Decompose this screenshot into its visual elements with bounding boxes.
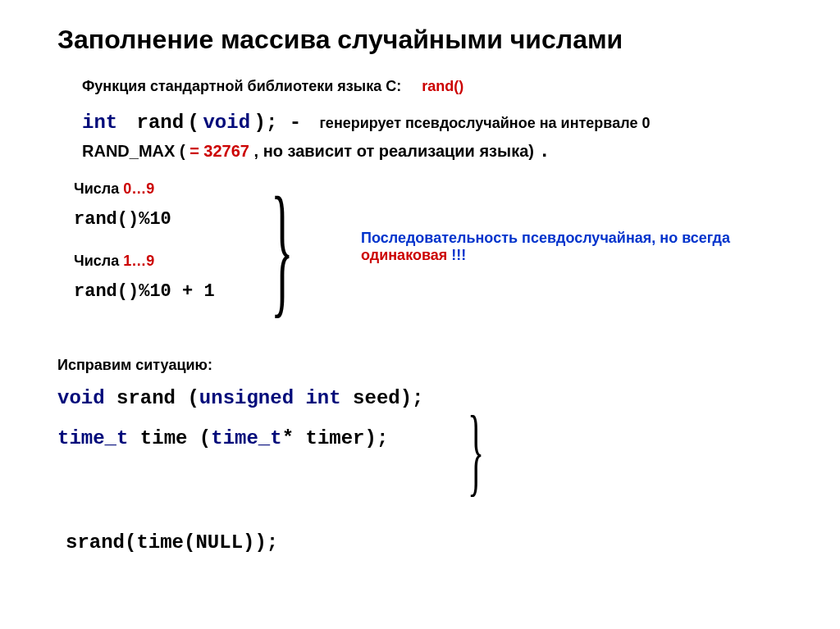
intro-label: Функция стандартной библиотеки языка С: (82, 78, 401, 94)
rm-suffix: , но зависит от реализации языка) (254, 142, 534, 160)
kw-void: void (203, 112, 250, 134)
kw-int: int (82, 112, 117, 134)
rm-prefix: RAND_MAX ( (82, 142, 185, 160)
intro-line: Функция стандартной библиотеки языка С: … (57, 78, 791, 95)
examples-block: Числа 0…9 rand()%10 Числа 1…9 rand()%10 … (57, 180, 791, 328)
fix-left: void srand (unsigned int seed); time_t t… (57, 387, 476, 449)
fix-row: void srand (unsigned int seed); time_t t… (57, 387, 791, 554)
brace-icon: } (271, 175, 294, 323)
ex1-code: rand()%10 (74, 209, 262, 230)
prototype-line: int rand ( void ); - генерирует псевдосл… (57, 112, 791, 134)
slide-title: Заполнение массива случайными числами (57, 25, 791, 55)
brace2-wrap: } (476, 387, 500, 485)
rm-value: = 32767 (189, 142, 249, 160)
rm-dot: . (539, 140, 550, 162)
sequence-note: Последовательность псевдослучайная, но в… (361, 230, 804, 264)
slide: Заполнение массива случайными числами Фу… (0, 0, 840, 629)
intro-fn: rand() (422, 78, 463, 94)
randmax-line: RAND_MAX ( = 32767 , но зависит от реали… (57, 140, 791, 162)
fn-rand: rand (137, 112, 185, 134)
ex2-code: rand()%10 + 1 (74, 281, 262, 302)
time-proto: time_t time (time_t* timer); (57, 427, 476, 449)
srand-call: srand(time(NULL)); (66, 531, 278, 554)
fix-label: Исправим ситуацию: (57, 357, 791, 374)
proto-desc: генерирует псевдослучайное на интервале … (319, 115, 650, 131)
ex2-label: Числа 1…9 (74, 253, 262, 270)
brace-icon: } (468, 402, 484, 500)
paren-open: ( (188, 112, 199, 134)
fix-block: Исправим ситуацию: void srand (unsigned … (57, 357, 791, 554)
ex1-label: Числа 0…9 (74, 180, 262, 198)
paren-close: ); - (254, 112, 302, 134)
srand-proto: void srand (unsigned int seed); (57, 387, 476, 409)
examples-left: Числа 0…9 rand()%10 Числа 1…9 rand()%10 … (74, 180, 262, 302)
fix-right: srand(time(NULL)); (57, 485, 353, 554)
